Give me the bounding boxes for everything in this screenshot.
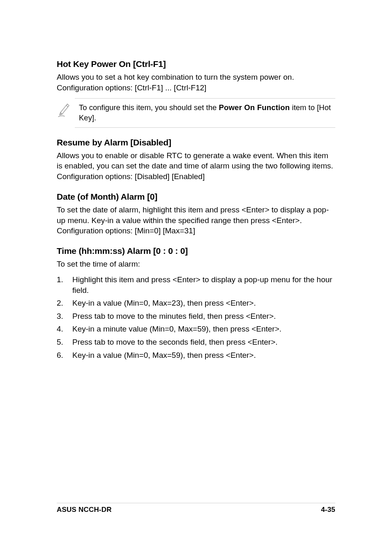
heading-hot-key-power-on: Hot Key Power On [Ctrl-F1] [57, 58, 335, 69]
footer-rule [57, 503, 335, 503]
footer-row: ASUS NCCH-DR 4-35 [57, 506, 335, 514]
pencil-note-icon [57, 98, 75, 120]
list-item: Highlight this item and press <Enter> to… [57, 274, 335, 295]
page-content: Hot Key Power On [Ctrl-F1] Allows you to… [0, 0, 392, 360]
para-time-alarm-intro: To set the time of alarm: [57, 259, 335, 269]
step-number [57, 350, 72, 361]
step-number [57, 298, 72, 309]
note-block: To configure this item, you should set t… [57, 98, 335, 128]
heading-resume-by-alarm: Resume by Alarm [Disabled] [57, 137, 335, 148]
step-number [57, 311, 72, 322]
para-resume-by-alarm: Allows you to enable or disable RTC to g… [57, 150, 335, 182]
para-hot-key-power-on: Allows you to set a hot key combination … [57, 72, 335, 93]
note-text-prefix: To configure this item, you should set t… [79, 103, 219, 112]
step-number [57, 274, 72, 295]
step-text: Key-in a value (Min=0, Max=59), then pre… [72, 350, 335, 361]
para-date-of-month-alarm: To set the date of alarm, highlight this… [57, 205, 335, 236]
list-item: Press tab to move to the seconds field, … [57, 337, 335, 348]
list-item: Key-in a value (Min=0, Max=59), then pre… [57, 350, 335, 361]
page-footer: ASUS NCCH-DR 4-35 [57, 503, 335, 514]
footer-right: 4-35 [321, 506, 335, 514]
steps-list: Highlight this item and press <Enter> to… [57, 274, 335, 360]
list-item: Press tab to move to the minutes field, … [57, 311, 335, 322]
step-number [57, 324, 72, 334]
step-text: Press tab to move to the minutes field, … [72, 311, 335, 322]
step-text: Highlight this item and press <Enter> to… [72, 274, 335, 295]
note-text: To configure this item, you should set t… [75, 98, 335, 128]
footer-left: ASUS NCCH-DR [57, 506, 112, 514]
step-text: Key-in a value (Min=0, Max=23), then pre… [72, 298, 335, 309]
heading-time-alarm: Time (hh:mm:ss) Alarm [0 : 0 : 0] [57, 245, 335, 256]
step-text: Press tab to move to the seconds field, … [72, 337, 335, 348]
note-text-bold: Power On Function [219, 103, 290, 112]
step-text: Key-in a minute value (Min=0, Max=59), t… [72, 324, 335, 334]
step-number [57, 337, 72, 348]
list-item: Key-in a value (Min=0, Max=23), then pre… [57, 298, 335, 309]
heading-date-of-month-alarm: Date (of Month) Alarm [0] [57, 191, 335, 202]
list-item: Key-in a minute value (Min=0, Max=59), t… [57, 324, 335, 334]
